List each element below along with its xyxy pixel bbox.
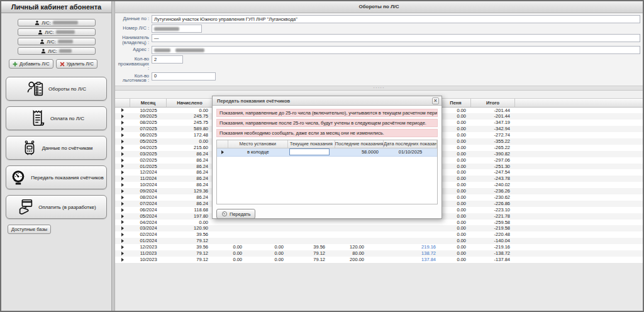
form-label: Номер Л/С :	[116, 25, 152, 31]
row-expand-icon[interactable]	[115, 188, 130, 194]
row-expand-icon[interactable]	[115, 257, 130, 263]
row-expand-icon[interactable]	[115, 120, 130, 126]
account-button-3[interactable]: Л/С:	[18, 38, 96, 45]
grid-cell	[213, 238, 247, 244]
grid-cell: 86.24	[167, 201, 213, 207]
splitter-handle[interactable]: ·····	[115, 86, 643, 91]
row-expand-icon[interactable]	[115, 176, 130, 182]
nav-button-payments[interactable]: Оплата по Л/С	[6, 106, 107, 130]
grid-cell: -201.44	[471, 113, 515, 120]
grid-cell	[369, 225, 402, 231]
submit-readings-button[interactable]: Передать	[216, 209, 255, 219]
nav-button-pay-online[interactable]: Оплатить (в разработке)	[6, 195, 107, 219]
table-row[interactable]: 10/202379.120.000.0079.12200.00137.840.0…	[115, 257, 643, 263]
grid-cell: 245.75	[167, 113, 213, 120]
table-row[interactable]: 11/202379.120.000.0079.1280.00138.720.00…	[115, 250, 643, 257]
row-expand-icon[interactable]	[115, 132, 130, 138]
column-header-10[interactable]: Итого	[471, 99, 515, 107]
account-list: Л/С:Л/С:Л/С:Л/С:	[1, 19, 111, 57]
grid-cell: 215.60	[167, 145, 213, 151]
nav-button-submit-readings[interactable]: Передать показания счётчиков	[6, 165, 107, 189]
tenant-field[interactable]: —	[152, 34, 640, 42]
row-expand-icon[interactable]	[115, 126, 130, 132]
column-header-2[interactable]: Начислено	[167, 99, 213, 107]
row-expand-icon[interactable]	[115, 151, 130, 157]
grid-cell: 138.72	[402, 250, 441, 257]
meters-column-header-2[interactable]: Текущие показания	[288, 140, 335, 148]
row-expand-icon[interactable]	[115, 225, 130, 231]
row-expand-icon[interactable]	[115, 220, 130, 226]
grid-cell: -243.78	[471, 176, 515, 182]
table-row[interactable]: 01/202479.120.00-140.04	[115, 238, 643, 244]
nav-button-turnover[interactable]: Обороты по Л/С	[6, 77, 107, 101]
row-expand-icon[interactable]	[115, 113, 130, 120]
grid-cell: 120.00	[330, 244, 369, 250]
grid-cell	[213, 225, 247, 231]
row-expand-icon[interactable]	[115, 194, 130, 201]
meters-column-header-1[interactable]: Место установки	[228, 140, 288, 148]
residents-count-field[interactable]: 2	[152, 55, 183, 64]
add-account-button[interactable]: Добавить Л/С	[9, 59, 53, 69]
beneficiaries-count-field[interactable]: 0	[152, 72, 216, 81]
nav-button-meter-data[interactable]: Данные по счётчикам	[6, 136, 107, 160]
redacted-address	[154, 48, 170, 52]
row-expand-icon[interactable]	[115, 157, 130, 164]
row-expand-icon[interactable]	[115, 201, 130, 207]
table-row[interactable]: 02/202439.560.00-220.48	[115, 231, 643, 238]
row-expand-icon[interactable]	[115, 244, 130, 250]
account-button-2[interactable]: Л/С:	[18, 28, 96, 36]
gauge-small-icon	[221, 211, 228, 217]
table-row[interactable]: 12/202339.560.000.0039.56120.00219.160.0…	[115, 244, 643, 250]
account-button-1[interactable]: Л/С:	[18, 19, 96, 26]
row-expand-icon[interactable]	[115, 231, 130, 238]
grid-cell	[402, 225, 441, 231]
row-expand-icon[interactable]	[115, 250, 130, 257]
remove-account-button[interactable]: Удалить Л/С	[56, 59, 97, 69]
grid-header-expander	[115, 99, 130, 107]
grid-cell	[330, 231, 369, 238]
person-icon	[41, 48, 46, 53]
notice-3: Показания необходимо сообщать, даже если…	[216, 129, 438, 137]
grid-cell: 0.00	[441, 238, 471, 244]
row-expand-icon[interactable]	[115, 169, 130, 176]
grid-cell: 129.36	[167, 188, 213, 194]
row-expand-icon[interactable]	[115, 207, 130, 213]
current-reading-input[interactable]	[289, 148, 330, 155]
data-source-field[interactable]: Лутугинский участок Южного управления ГУ…	[152, 15, 640, 23]
column-header-1[interactable]: Месяц	[130, 99, 167, 107]
grid-cell: 86.24	[167, 182, 213, 188]
row-expand-icon[interactable]	[115, 182, 130, 188]
grid-cell	[247, 238, 289, 244]
table-row[interactable]: 03/2024120.900.00-219.58	[115, 225, 643, 231]
row-expand-icon[interactable]	[115, 108, 130, 114]
grid-cell: 0.00	[441, 157, 471, 164]
row-expand-icon[interactable]	[115, 238, 130, 244]
redacted-account-number	[53, 21, 78, 25]
available-bases-button[interactable]: Доступные базы	[8, 225, 51, 234]
grid-cell: 0.00	[441, 145, 471, 151]
close-icon[interactable]: ×	[432, 98, 439, 104]
meters-column-header-3[interactable]: Последние показания	[335, 140, 384, 148]
grid-cell: 06/2024	[130, 207, 167, 213]
grid-cell: 0.00	[167, 108, 213, 114]
row-expand-icon[interactable]	[115, 138, 130, 145]
receipt-icon	[28, 109, 47, 128]
grid-cell	[247, 225, 289, 231]
row-expand-icon[interactable]	[115, 164, 130, 170]
grid-cell: 79.12	[289, 250, 330, 257]
account-number-field[interactable]	[152, 25, 202, 33]
meters-column-header-4[interactable]: Дата последних показаний	[384, 140, 437, 148]
address-field[interactable]	[152, 46, 640, 54]
grid-cell: -219.58	[471, 225, 515, 231]
account-button-4[interactable]: Л/С:	[18, 47, 96, 55]
grid-cell: -272.74	[471, 132, 515, 138]
account-label: Л/С:	[48, 48, 57, 54]
row-expand-icon[interactable]	[217, 150, 228, 154]
form-row: Кол-во проживающих :2	[116, 55, 640, 71]
column-header-9[interactable]: Пеня	[441, 99, 471, 107]
row-expand-icon[interactable]	[115, 213, 130, 220]
grid-cell	[369, 231, 402, 238]
meter-row[interactable]: в колодце 58.0000 01/10/2025	[217, 148, 437, 157]
row-expand-icon[interactable]	[115, 145, 130, 151]
grid-cell: -342.94	[471, 126, 515, 132]
